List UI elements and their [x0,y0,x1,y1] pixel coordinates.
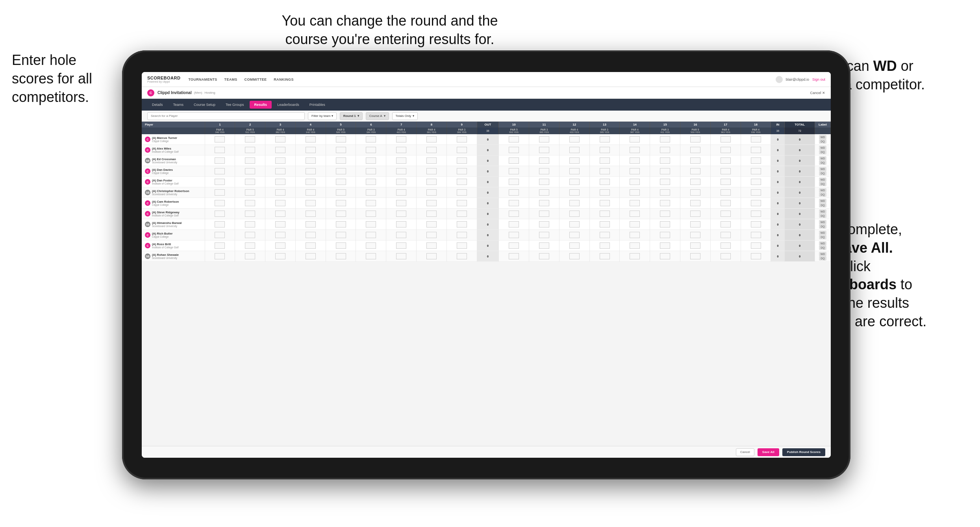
score-input-h2[interactable] [245,147,255,153]
score-input-h5[interactable] [336,147,346,153]
score-h5[interactable] [326,230,356,240]
score-input-h3[interactable] [275,232,285,238]
score-input-h3[interactable] [275,189,285,196]
score-h16[interactable] [680,251,711,262]
score-h9[interactable] [446,230,477,240]
score-input-h11[interactable] [539,189,549,196]
score-input-h14[interactable] [630,221,640,227]
score-input-h10[interactable] [509,157,519,164]
score-h12[interactable] [559,198,589,209]
score-input-h8[interactable] [426,168,437,174]
score-h7[interactable] [386,177,417,187]
score-input-h15[interactable] [660,168,670,174]
score-h13[interactable] [589,230,620,240]
score-input-h15[interactable] [660,189,670,196]
score-input-h15[interactable] [660,232,670,238]
score-input-h12[interactable] [569,147,580,153]
score-h1[interactable] [205,219,235,230]
score-input-h11[interactable] [539,168,549,174]
score-h5[interactable] [326,251,356,262]
score-h1[interactable] [205,134,235,145]
score-h1[interactable] [205,240,235,251]
score-h8[interactable] [417,134,447,145]
score-h6[interactable] [356,219,386,230]
score-h14[interactable] [620,166,650,177]
score-input-h7[interactable] [396,136,406,142]
wd-button[interactable]: WD [819,178,827,182]
score-input-h6[interactable] [366,200,376,206]
score-input-h7[interactable] [396,242,406,249]
score-input-h18[interactable] [751,221,761,227]
score-h5[interactable] [326,198,356,209]
score-h14[interactable] [620,240,650,251]
score-h15[interactable] [650,155,680,166]
score-h2[interactable] [235,198,265,209]
tab-leaderboards[interactable]: Leaderboards [272,101,304,109]
cancel-footer-button[interactable]: Cancel [736,448,754,456]
score-h5[interactable] [326,187,356,198]
score-h1[interactable] [205,198,235,209]
score-h15[interactable] [650,187,680,198]
score-input-h10[interactable] [509,136,519,142]
score-h1[interactable] [205,209,235,219]
score-h11[interactable] [529,145,559,155]
score-input-h14[interactable] [630,179,640,185]
score-input-h10[interactable] [509,242,519,249]
score-h15[interactable] [650,240,680,251]
wd-button[interactable]: WD [819,135,827,139]
score-h9[interactable] [446,198,477,209]
score-input-h2[interactable] [245,200,255,206]
dq-button[interactable]: DQ [819,235,826,239]
score-input-h16[interactable] [690,200,700,206]
score-h12[interactable] [559,177,589,187]
score-input-h6[interactable] [366,189,376,196]
score-h4[interactable] [295,166,326,177]
score-h4[interactable] [295,155,326,166]
score-h6[interactable] [356,134,386,145]
score-input-h12[interactable] [569,157,580,164]
score-input-h16[interactable] [690,242,700,249]
score-input-h17[interactable] [721,168,731,174]
publish-round-scores-button[interactable]: Publish Round Scores [782,448,825,456]
score-h10[interactable] [499,240,529,251]
score-h1[interactable] [205,187,235,198]
score-input-h3[interactable] [275,242,285,249]
filter-by-team-button[interactable]: Filter by team ▾ [308,112,337,120]
score-h10[interactable] [499,145,529,155]
dq-button[interactable]: DQ [819,256,826,261]
score-input-h8[interactable] [426,200,437,206]
score-h16[interactable] [680,187,711,198]
score-input-h17[interactable] [721,136,731,142]
tab-tee-groups[interactable]: Tee Groups [221,101,249,109]
score-input-h18[interactable] [751,232,761,238]
score-h13[interactable] [589,219,620,230]
score-input-h4[interactable] [306,211,316,217]
score-input-h9[interactable] [457,200,467,206]
score-h3[interactable] [265,219,296,230]
score-input-h17[interactable] [721,253,731,259]
score-input-h1[interactable] [215,189,225,196]
score-h9[interactable] [446,155,477,166]
wd-button[interactable]: WD [819,209,827,214]
score-h10[interactable] [499,134,529,145]
score-input-h8[interactable] [426,242,437,249]
score-h2[interactable] [235,134,265,145]
score-h8[interactable] [417,198,447,209]
score-h18[interactable] [741,251,771,262]
score-h10[interactable] [499,187,529,198]
dq-button[interactable]: DQ [819,246,826,250]
score-input-h2[interactable] [245,179,255,185]
score-h4[interactable] [295,198,326,209]
score-h16[interactable] [680,230,711,240]
score-h4[interactable] [295,230,326,240]
score-h2[interactable] [235,251,265,262]
score-h17[interactable] [710,198,741,209]
wd-button[interactable]: WD [819,156,827,161]
score-h8[interactable] [417,240,447,251]
score-input-h5[interactable] [336,179,346,185]
dq-button[interactable]: DQ [819,150,826,154]
score-h13[interactable] [589,240,620,251]
score-input-h14[interactable] [630,232,640,238]
score-input-h8[interactable] [426,157,437,164]
score-input-h3[interactable] [275,136,285,142]
